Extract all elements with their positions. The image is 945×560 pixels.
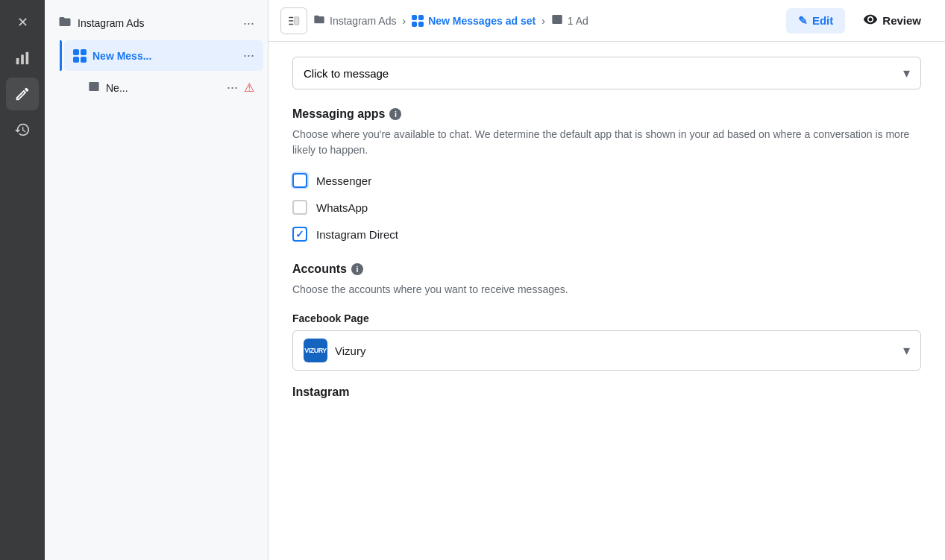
ad-icon-breadcrumb — [551, 13, 563, 28]
folder-icon-breadcrumb — [313, 13, 325, 28]
breadcrumb-instagram-ads[interactable]: Instagram Ads — [313, 13, 397, 28]
messaging-apps-section: Messaging apps i Choose where you're ava… — [292, 107, 921, 242]
svg-rect-1 — [21, 54, 24, 64]
warning-icon: ⚠ — [244, 81, 254, 95]
instagram-direct-checkbox[interactable] — [292, 227, 307, 242]
charts-nav-button[interactable] — [6, 42, 39, 75]
nav-label-new-ad: Ne... — [106, 82, 221, 94]
messaging-apps-title: Messaging apps i — [292, 107, 921, 121]
whatsapp-checkbox[interactable] — [292, 200, 307, 215]
breadcrumb-bar: Instagram Ads › New Messages ad set › 1 … — [269, 0, 945, 42]
message-type-dropdown[interactable]: Click to message ▾ — [292, 57, 921, 89]
messenger-label: Messenger — [316, 174, 371, 187]
vizury-dropdown-arrow: ▾ — [903, 342, 910, 359]
review-eye-icon — [863, 12, 878, 29]
nav-item-new-messages-adset[interactable]: New Mess... ··· — [64, 40, 263, 71]
dropdown-value: Click to message — [304, 67, 389, 80]
messenger-checkbox[interactable] — [292, 173, 307, 188]
more-options-icon[interactable]: ··· — [243, 16, 254, 31]
breadcrumb-1-ad[interactable]: 1 Ad — [551, 13, 588, 28]
vizury-logo: VIZURY — [304, 339, 327, 362]
sidebar-toggle-button[interactable] — [280, 7, 307, 34]
whatsapp-label: WhatsApp — [316, 201, 368, 214]
nav-panel: Instagram Ads ··· New Mess... ··· Ne... … — [45, 0, 269, 560]
svg-rect-7 — [295, 16, 299, 25]
close-nav-button[interactable]: ✕ — [6, 6, 39, 39]
more-options-icon-2[interactable]: ··· — [243, 48, 254, 63]
instagram-direct-label: Instagram Direct — [316, 228, 398, 241]
edit-button[interactable]: ✎ Edit — [786, 8, 845, 34]
ad-box-icon — [88, 81, 100, 95]
active-indicator — [60, 40, 62, 71]
dropdown-arrow-icon: ▾ — [903, 65, 910, 81]
svg-rect-6 — [289, 23, 293, 25]
grid-icon-breadcrumb — [412, 15, 424, 27]
main-area: Instagram Ads › New Messages ad set › 1 … — [269, 0, 945, 560]
facebook-page-label: Facebook Page — [292, 312, 921, 324]
edit-pencil-icon: ✎ — [798, 14, 808, 28]
breadcrumb-label-1-ad: 1 Ad — [568, 15, 588, 27]
nav-label-instagram-ads: Instagram Ads — [78, 17, 237, 29]
grid-icon — [73, 49, 87, 63]
svg-rect-4 — [289, 16, 293, 18]
folder-icon — [58, 15, 72, 31]
svg-rect-0 — [16, 58, 19, 64]
facebook-page-dropdown[interactable]: VIZURY Vizury ▾ — [292, 330, 921, 371]
messaging-apps-description: Choose where you're available to chat. W… — [292, 127, 921, 158]
nav-item-instagram-ads[interactable]: Instagram Ads ··· — [49, 7, 263, 39]
review-button[interactable]: Review — [851, 6, 933, 35]
messaging-apps-info-icon[interactable]: i — [389, 108, 401, 120]
breadcrumb-sep-1: › — [403, 15, 406, 27]
breadcrumb-label-new-messages: New Messages ad set — [428, 15, 536, 27]
vizury-page-name: Vizury — [335, 345, 896, 357]
nav-item-new-ad[interactable]: Ne... ··· ⚠ — [79, 72, 263, 103]
content-area: Click to message ▾ Messaging apps i Choo… — [269, 42, 945, 560]
accounts-section: Accounts i Choose the accounts where you… — [292, 262, 921, 399]
history-nav-button[interactable] — [6, 113, 39, 146]
breadcrumb-sep-2: › — [541, 15, 545, 27]
accounts-title: Accounts i — [292, 262, 921, 276]
instagram-section-label: Instagram — [292, 386, 921, 399]
more-options-icon-3[interactable]: ··· — [227, 80, 238, 95]
breadcrumb-label-instagram: Instagram Ads — [330, 15, 397, 27]
edit-nav-button[interactable] — [6, 78, 39, 110]
svg-rect-3 — [89, 82, 98, 91]
accounts-info-icon[interactable]: i — [351, 263, 363, 275]
breadcrumb-new-messages[interactable]: New Messages ad set — [412, 15, 536, 27]
messenger-checkbox-item[interactable]: Messenger — [292, 173, 921, 188]
svg-rect-5 — [289, 20, 293, 22]
whatsapp-checkbox-item[interactable]: WhatsApp — [292, 200, 921, 215]
svg-rect-8 — [552, 15, 562, 24]
nav-label-new-messages: New Mess... — [92, 50, 237, 62]
instagram-direct-checkbox-item[interactable]: Instagram Direct — [292, 227, 921, 242]
icon-sidebar: ✕ — [0, 0, 45, 560]
svg-rect-2 — [26, 52, 29, 65]
accounts-description: Choose the accounts where you want to re… — [292, 282, 921, 298]
